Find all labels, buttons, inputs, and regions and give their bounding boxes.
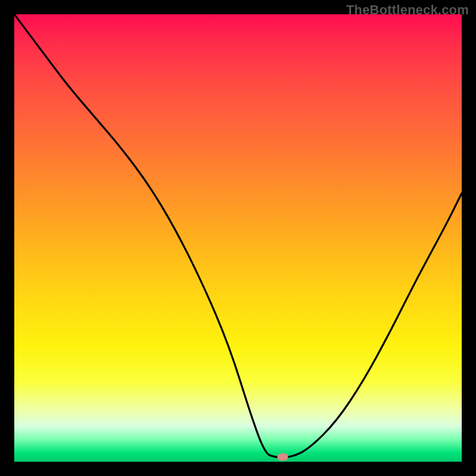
chart-frame: TheBottleneck.com bbox=[0, 0, 476, 476]
curve-path bbox=[14, 14, 462, 458]
watermark-text: TheBottleneck.com bbox=[346, 2, 469, 18]
plot-area bbox=[14, 14, 462, 462]
bottleneck-curve bbox=[14, 14, 462, 462]
optimal-point-marker bbox=[277, 453, 288, 461]
